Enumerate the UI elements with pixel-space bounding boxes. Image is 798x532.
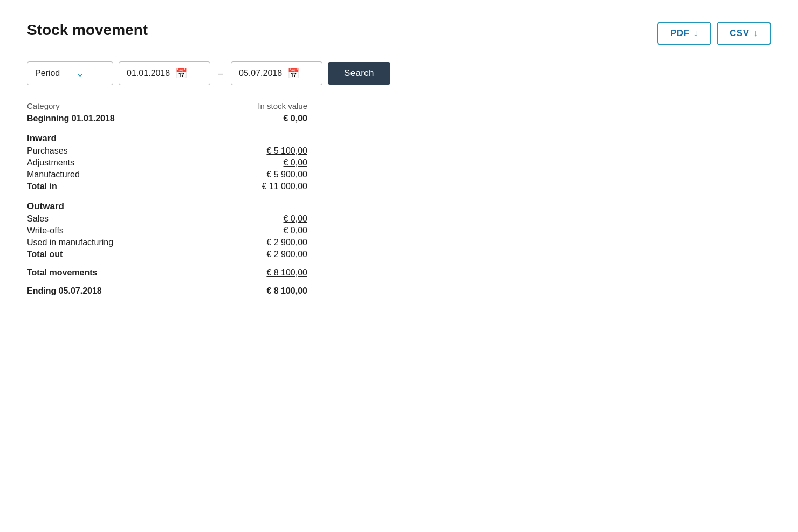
total-in-label: Total in (27, 182, 200, 191)
column-header-value: In stock value (200, 101, 307, 110)
beginning-row: Beginning 01.01.2018 € 0,00 (27, 114, 350, 123)
total-movements-label: Total movements (27, 268, 200, 278)
date-from-input[interactable]: 01.01.2018 📅 (119, 61, 210, 85)
date-separator: – (216, 68, 225, 79)
csv-export-button[interactable]: CSV ↓ (717, 22, 771, 45)
total-out-row: Total out € 2 900,00 (27, 250, 350, 259)
outward-label: Outward (27, 201, 200, 212)
manufactured-value[interactable]: € 5 900,00 (200, 170, 307, 179)
ending-row: Ending 05.07.2018 € 8 100,00 (27, 286, 350, 296)
pdf-down-arrow-icon: ↓ (694, 29, 699, 38)
ending-label: Ending 05.07.2018 (27, 286, 200, 296)
purchases-row: Purchases € 5 100,00 (27, 146, 350, 156)
manufactured-label: Manufactured (27, 170, 200, 179)
purchases-value[interactable]: € 5 100,00 (200, 146, 307, 156)
chevron-down-icon: ⌄ (76, 67, 84, 79)
search-button[interactable]: Search (328, 62, 390, 85)
inward-section-header: Inward (27, 133, 350, 144)
purchases-label: Purchases (27, 146, 200, 156)
adjustments-value[interactable]: € 0,00 (200, 158, 307, 168)
writeoffs-value[interactable]: € 0,00 (200, 226, 307, 236)
period-select[interactable]: Period ⌄ (27, 61, 113, 85)
ending-value: € 8 100,00 (200, 286, 307, 296)
inward-label: Inward (27, 133, 200, 144)
column-header-category: Category (27, 101, 200, 110)
period-label: Period (35, 68, 60, 78)
total-movements-value: € 8 100,00 (200, 268, 307, 278)
used-manufacturing-row: Used in manufacturing € 2 900,00 (27, 238, 350, 247)
manufactured-row: Manufactured € 5 900,00 (27, 170, 350, 179)
outward-section-header: Outward (27, 201, 350, 212)
sales-value[interactable]: € 0,00 (200, 214, 307, 224)
table-header: Category In stock value (27, 101, 350, 110)
csv-label: CSV (730, 28, 749, 39)
calendar-from-icon: 📅 (175, 67, 187, 79)
total-out-label: Total out (27, 250, 200, 259)
adjustments-label: Adjustments (27, 158, 200, 168)
total-out-value: € 2 900,00 (200, 250, 307, 259)
date-to-value: 05.07.2018 (239, 68, 282, 78)
date-to-input[interactable]: 05.07.2018 📅 (231, 61, 322, 85)
page-title: Stock movement (27, 22, 148, 39)
total-in-row: Total in € 11 000,00 (27, 182, 350, 191)
total-movements-row: Total movements € 8 100,00 (27, 268, 350, 278)
used-manufacturing-label: Used in manufacturing (27, 238, 200, 247)
total-in-value: € 11 000,00 (200, 182, 307, 191)
export-buttons: PDF ↓ CSV ↓ (657, 22, 771, 45)
pdf-label: PDF (670, 28, 690, 39)
sales-row: Sales € 0,00 (27, 214, 350, 224)
adjustments-row: Adjustments € 0,00 (27, 158, 350, 168)
csv-down-arrow-icon: ↓ (754, 29, 759, 38)
filter-row: Period ⌄ 01.01.2018 📅 – 05.07.2018 📅 Sea… (27, 61, 771, 85)
pdf-export-button[interactable]: PDF ↓ (657, 22, 711, 45)
writeoffs-label: Write-offs (27, 226, 200, 236)
date-from-value: 01.01.2018 (127, 68, 170, 78)
writeoffs-row: Write-offs € 0,00 (27, 226, 350, 236)
used-manufacturing-value[interactable]: € 2 900,00 (200, 238, 307, 247)
beginning-value: € 0,00 (200, 114, 307, 123)
report-table: Category In stock value Beginning 01.01.… (27, 101, 350, 296)
beginning-label: Beginning 01.01.2018 (27, 114, 200, 123)
calendar-to-icon: 📅 (287, 67, 299, 79)
sales-label: Sales (27, 214, 200, 224)
